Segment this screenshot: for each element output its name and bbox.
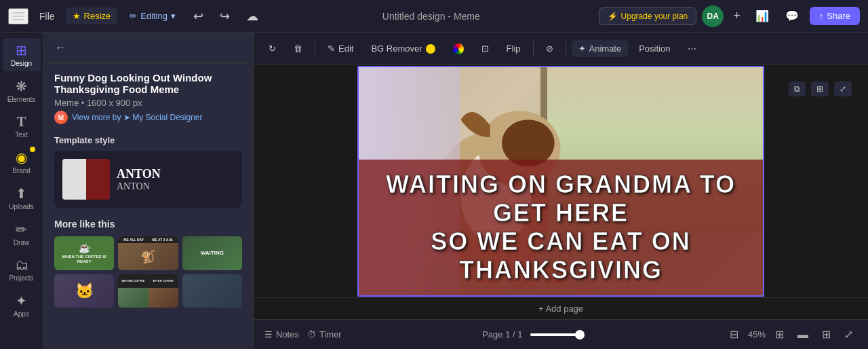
toolbar-divider-1 (315, 41, 315, 57)
sidebar-item-uploads[interactable]: ⬆ Uploads (3, 181, 41, 215)
crop-button[interactable]: ⊡ (475, 40, 496, 57)
invite-button[interactable]: + (729, 7, 745, 24)
sidebar-item-elements[interactable]: ❋ Elements (3, 74, 41, 107)
after-image (149, 288, 178, 308)
before-label: BEFORE COFFEE (118, 274, 148, 288)
author-link[interactable]: View more by ➤ My Social Designer (72, 113, 203, 122)
sidebar-item-projects[interactable]: 🗂 Projects (3, 253, 41, 286)
uploads-icon: ⬆ (16, 185, 27, 202)
cat-emoji: 🐱 (75, 282, 94, 300)
refresh-button[interactable]: ↻ (262, 40, 283, 57)
bottom-right: ⊟ 45% ⊞ ▬ ⊞ ⤢ (726, 327, 857, 342)
template-title: Funny Dog Looking Out Window Thanksgivin… (54, 72, 242, 95)
text-icon: T (17, 114, 26, 130)
edit-button[interactable]: ✎ Edit (321, 40, 360, 57)
template-style-box[interactable]: ANTON ANTON (54, 151, 242, 208)
canvas-scroll[interactable]: ⧉ ⊞ ⤢ (254, 65, 868, 297)
bg-remover-button[interactable]: BG Remover (364, 40, 441, 57)
waiting-text: WAITING (198, 247, 226, 259)
canvas-fullscreen-button[interactable]: ⊞ (811, 81, 829, 96)
user-avatar[interactable]: DA (702, 5, 724, 27)
zoom-in-button[interactable]: ⊞ (771, 327, 788, 342)
more-like-this-label: More like this (54, 219, 242, 229)
thumbnails-grid: ☕ WHEN THE COFFEE IS READY ME ALL DAY ME… (54, 236, 242, 308)
topbar: File ★ Resize ✏ Editing ▾ ↩ ↪ ☁ Untitled… (0, 0, 868, 33)
sidebar-item-design[interactable]: ⊞ Design (3, 38, 41, 71)
meme-text-overlay[interactable]: WAITING ON GRANDMA TO GET HERE SO WE CAN… (359, 160, 763, 295)
projects-icon: 🗂 (15, 257, 28, 273)
canvas-expand-button[interactable]: ⤢ (834, 81, 852, 96)
hamburger-button[interactable] (8, 8, 28, 24)
coffee-emoji: ☕ (79, 242, 90, 253)
elements-icon: ❋ (16, 78, 27, 94)
position-button[interactable]: Position (632, 40, 677, 57)
thumbnail-monkey[interactable]: ME ALL DAY ME AT 3 A.M. 🐒 (118, 236, 178, 270)
style-preview-light (62, 159, 86, 200)
zoom-out-button[interactable]: ⊟ (726, 327, 743, 342)
topbar-left: File ★ Resize ✏ Editing ▾ ↩ ↪ ☁ (8, 6, 264, 26)
meme-line1[interactable]: WAITING ON GRANDMA TO GET HERE (372, 170, 749, 227)
thumbnail-dog-waiting[interactable]: WAITING (182, 236, 242, 270)
pencil-icon: ✏ (130, 11, 137, 21)
thumbnail-before-after[interactable]: BEFORE COFFEE AFTER COFFEE (118, 274, 178, 308)
style-preview (62, 159, 110, 200)
add-page-bar: + Add page (254, 297, 868, 319)
color-wheel-icon (453, 43, 464, 54)
single-view-button[interactable]: ▬ (793, 327, 812, 342)
more-options-button[interactable]: ⋯ (681, 40, 703, 57)
file-menu-button[interactable]: File (34, 8, 60, 24)
author-avatar: M (54, 111, 68, 124)
expand-button[interactable]: ⤢ (840, 327, 857, 342)
analytics-button[interactable]: 📊 (750, 7, 774, 25)
sidebar-item-draw[interactable]: ✏ Draw (3, 217, 41, 251)
animate-button[interactable]: ✦ Animate (572, 40, 629, 57)
toolbar-divider-2 (533, 41, 534, 57)
meme-line2[interactable]: SO WE CAN EAT ON THANKSGIVING (372, 227, 749, 284)
bottom-center: Page 1 / 1 (353, 329, 715, 339)
main-layout: ⊞ Design ❋ Elements T Text ◉ Brand ⬆ Upl… (0, 33, 868, 349)
bg-color-dot (426, 44, 435, 54)
thumbnail-placeholder[interactable] (182, 274, 242, 308)
editing-button[interactable]: ✏ Editing ▾ (123, 7, 182, 24)
template-meta: Meme • 1600 x 900 px (54, 98, 242, 108)
upgrade-button[interactable]: ⚡ Upgrade your plan (599, 7, 697, 25)
document-title: Untitled design - Meme (269, 11, 593, 22)
sidebar-item-apps[interactable]: ✦ Apps (3, 289, 41, 322)
icon-sidebar: ⊞ Design ❋ Elements T Text ◉ Brand ⬆ Upl… (0, 33, 43, 349)
notes-button[interactable]: ☰ Notes (264, 329, 299, 339)
toolbar-divider-3 (566, 41, 566, 57)
chat-button[interactable]: 💬 (780, 7, 804, 25)
sidebar-item-brand[interactable]: ◉ Brand (3, 145, 41, 179)
author-row[interactable]: M View more by ➤ My Social Designer (54, 111, 242, 124)
color-palette-button[interactable] (446, 40, 471, 58)
redo-button[interactable]: ↪ (214, 6, 235, 26)
sparkle-icon: ✦ (578, 43, 586, 54)
page-slider-thumb[interactable] (575, 330, 585, 339)
undo-button[interactable]: ↩ (188, 6, 209, 26)
canvas-toolbar: ↻ 🗑 ✎ Edit BG Remover ⊡ Flip ⊘ ✦ (254, 33, 868, 65)
grid-view-button[interactable]: ⊞ (818, 327, 835, 342)
add-page-button[interactable]: + Add page (538, 304, 583, 314)
meme-canvas[interactable]: WAITING ON GRANDMA TO GET HERE SO WE CAN… (357, 66, 764, 297)
zoom-value: 45% (748, 329, 766, 339)
coffee-text: WHEN THE COFFEE IS READY (57, 255, 111, 264)
star-icon: ⚡ (608, 12, 618, 21)
style-section-label: Template style (54, 135, 242, 145)
page-slider[interactable] (530, 333, 585, 336)
topbar-right: ⚡ Upgrade your plan DA + 📊 💬 ↑ Share (599, 5, 860, 27)
share-icon: ↑ (819, 11, 824, 21)
timer-button[interactable]: ⏱ Timer (307, 329, 342, 339)
flip-button[interactable]: Flip (500, 40, 528, 57)
canvas-copy-button[interactable]: ⧉ (789, 81, 806, 96)
save-cloud-button[interactable]: ☁ (241, 6, 264, 26)
sidebar-item-text[interactable]: T Text (3, 110, 41, 143)
brand-icon: ◉ (16, 149, 27, 166)
share-button[interactable]: ↑ Share (810, 7, 860, 25)
panel-back-button[interactable]: ← (54, 41, 66, 55)
thumbnail-coffee[interactable]: ☕ WHEN THE COFFEE IS READY (54, 236, 114, 270)
resize-button[interactable]: ★ Resize (66, 7, 118, 24)
delete-button[interactable]: 🗑 (287, 40, 309, 57)
panel-header: ← (43, 33, 253, 64)
thumbnail-cat[interactable]: 🐱 (54, 274, 114, 308)
transparency-button[interactable]: ⊘ (539, 40, 560, 57)
